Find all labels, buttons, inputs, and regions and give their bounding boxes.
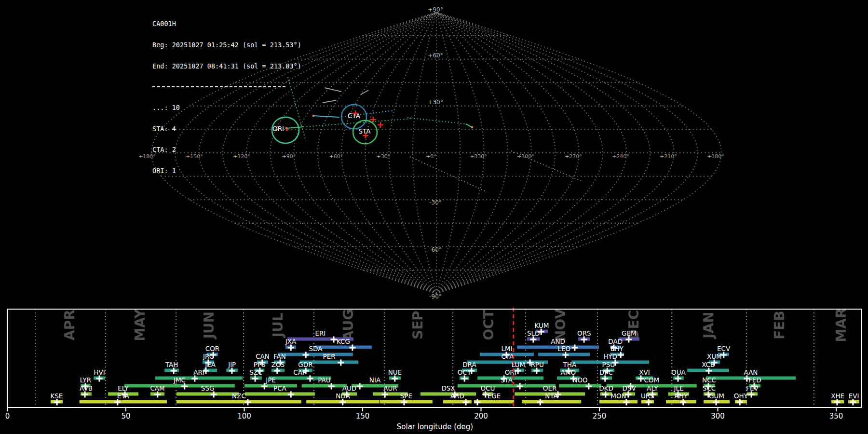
meteor-trail	[323, 100, 336, 103]
shower-label-JMC: JMC	[173, 376, 186, 384]
shower-label-OER: OER	[543, 384, 557, 392]
longitude-label: +270°	[565, 153, 582, 160]
shower-bar-MON	[599, 400, 637, 404]
shower-NUE: NUE	[388, 368, 402, 382]
shower-peak-STA	[517, 383, 523, 390]
shower-QUA: QUA	[671, 368, 686, 382]
shower-peak-SLD	[530, 337, 537, 343]
shower-peak-XHE	[834, 399, 840, 406]
shower-label-SCC: SCC	[703, 384, 716, 392]
shower-label-HVI: HVI	[94, 368, 105, 376]
count-ori: ORI: 1	[152, 167, 301, 175]
shower-peak-AND	[571, 345, 578, 351]
latitude-label: -60°	[429, 246, 442, 253]
shower-label-DPC: DPC	[599, 368, 613, 376]
shower-label-GUM: GUM	[709, 392, 724, 400]
shower-OHY: OHY	[734, 392, 748, 406]
shower-label-XVI: XVI	[639, 368, 650, 376]
shower-label-STA: STA	[501, 376, 513, 384]
shower-label-TAH: TAH	[165, 361, 178, 368]
shower-peak-JIP	[229, 368, 235, 374]
shower-peak-NZC	[244, 399, 251, 406]
separator-line	[152, 86, 285, 87]
shower-label-ARI: ARI	[193, 368, 204, 376]
shower-label-SZC: SZC	[249, 368, 262, 376]
shower-label-SLD: SLD	[527, 329, 540, 337]
meteor-trail	[361, 90, 368, 95]
shower-label-DSX: DSX	[441, 384, 455, 392]
shower-label-EHY: EHY	[610, 345, 624, 353]
month-label-SEP: SEP	[410, 311, 426, 339]
shower-bar-SDA	[278, 353, 353, 356]
shower-peak-NOO	[585, 383, 592, 390]
shower-JEA: JEA	[203, 361, 217, 374]
activity-chart: APRMAYJUNJULAUGSEPOCTNOVDECJANFEBMARKUME…	[5, 308, 861, 431]
x-axis-tick-label: 50	[121, 412, 130, 420]
shower-label-ORS: ORS	[577, 329, 591, 337]
shower-peak-ZCS	[274, 368, 280, 374]
longitude-label: +210°	[660, 153, 677, 160]
meridian-line	[341, 12, 436, 293]
x-axis-tick-label: 250	[593, 412, 607, 420]
shower-peak-AUR	[382, 392, 388, 398]
shower-EVI: EVI	[848, 392, 859, 406]
shower-label-KCG: KCG	[337, 338, 350, 345]
shower-label-JXA: JXA	[285, 338, 297, 345]
matched-meteor-plus-marker	[378, 122, 383, 128]
shower-label-ARD: ARD	[450, 392, 464, 400]
shower-label-KUM: KUM	[534, 322, 549, 329]
shower-label-ETA: ETA	[117, 392, 130, 400]
shower-label-NCC: NCC	[702, 376, 716, 384]
shower-label-CAM: CAM	[150, 384, 164, 392]
scene-canvas: +90°+60°+30°-30°-60°-90°+180°+150°+120°+…	[0, 0, 868, 434]
shower-label-NTA: NTA	[545, 392, 558, 400]
meridian-line	[436, 12, 508, 293]
shower-label-PSU: PSU	[602, 361, 615, 368]
shower-label-AUD: AUD	[342, 384, 357, 392]
shower-peak-JMC	[181, 383, 188, 390]
shower-peak-GUM	[713, 399, 719, 406]
shower-peak-DPC	[602, 376, 608, 382]
longitude-label: +330°	[470, 153, 487, 160]
shower-label-PCA: PCA	[273, 384, 287, 392]
shower-label-NZC: NZC	[232, 392, 246, 400]
shower-label-COR: COR	[205, 345, 219, 353]
shower-DPC: DPC	[599, 368, 613, 382]
count-cta: CTA: 2	[152, 146, 301, 153]
shower-label-XCB: XCB	[702, 361, 715, 368]
shower-label-AND: AND	[551, 338, 565, 345]
shower-HVI: HVI	[94, 368, 105, 382]
shower-bar-JPE	[244, 384, 297, 388]
shower-peak-URS	[646, 399, 652, 406]
shower-peak-HVI	[96, 376, 103, 382]
month-label-FEB: FEB	[772, 311, 787, 339]
meteor-trail	[407, 118, 473, 128]
month-label-MAY: MAY	[132, 309, 148, 341]
shower-label-PAU: PAU	[318, 376, 330, 384]
shower-XCB: XCB	[687, 361, 729, 374]
shower-bar-PAU	[302, 384, 347, 388]
shower-XHE: XHE	[831, 392, 844, 406]
shower-label-HYD: HYD	[603, 353, 617, 360]
shower-label-NUE: NUE	[388, 368, 402, 376]
shower-label-DAD: DAD	[608, 338, 623, 345]
month-label-NOV: NOV	[553, 309, 569, 341]
begin-time: Beg: 20251027 01:25:42 (sol = 213.53°)	[152, 41, 301, 49]
shower-JIP: JIP	[226, 361, 238, 374]
shower-TAH: TAH	[164, 361, 179, 374]
shower-peak-EVI	[850, 399, 856, 406]
shower-label-RPU: RPU	[530, 361, 543, 368]
count-sta: STA: 4	[152, 125, 301, 133]
month-label-APR: APR	[62, 310, 78, 340]
shower-label-LYR: LYR	[80, 376, 91, 384]
shower-peak-KSE	[54, 399, 60, 406]
shower-peak-XVI	[637, 376, 644, 382]
shower-label-XUM: XUM	[707, 353, 722, 360]
longitude-label: +60°	[329, 153, 343, 160]
trail-dotted-extension	[407, 118, 466, 124]
latitude-label: +30°	[428, 99, 443, 106]
x-axis-tick-label: 100	[237, 412, 251, 420]
observation-info-block: CA001H Beg: 20251027 01:25:42 (sol = 213…	[152, 6, 301, 189]
shower-bar-DSX	[420, 393, 476, 396]
shower-label-ERI: ERI	[315, 329, 326, 337]
